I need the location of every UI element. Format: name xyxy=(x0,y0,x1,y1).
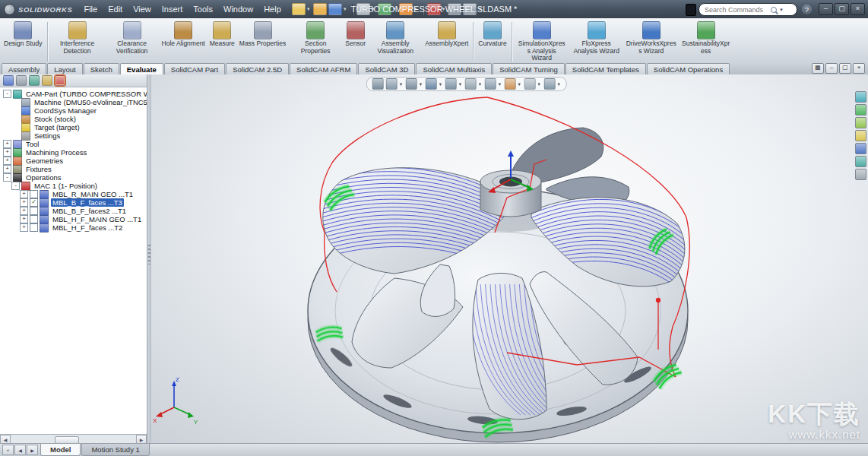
previous-view-icon[interactable] xyxy=(406,78,417,90)
first-sheet-icon[interactable]: « xyxy=(2,445,14,455)
tree-item-tool[interactable]: +Tool xyxy=(2,140,147,148)
dropdown-caret-icon[interactable]: ▼ xyxy=(399,82,404,87)
save-icon[interactable] xyxy=(328,3,342,15)
dropdown-caret-icon[interactable]: ▼ xyxy=(419,82,423,87)
tab-solidcam-2-5d[interactable]: SolidCAM 2.5D xyxy=(226,63,289,74)
menu-window[interactable]: Window xyxy=(218,3,258,15)
expand-icon[interactable]: + xyxy=(20,207,28,215)
view-orientation-icon[interactable] xyxy=(445,78,456,90)
tab-solidcam-part[interactable]: SolidCAM Part xyxy=(164,63,225,74)
tree-item-operations[interactable]: -Operations xyxy=(2,173,147,182)
menu-insert[interactable]: Insert xyxy=(157,3,188,15)
expand-icon[interactable]: + xyxy=(20,223,28,232)
ribbon-simulationxpress-analysis-wizard[interactable]: SimulationXpress Analysis Wizard xyxy=(515,20,569,64)
apply-scene-icon[interactable] xyxy=(524,78,535,90)
minimize-button[interactable]: – xyxy=(819,3,833,15)
hide-show-icon[interactable] xyxy=(484,78,496,90)
tab-sketch[interactable]: Sketch xyxy=(84,63,119,74)
zoom-fit-icon[interactable] xyxy=(372,78,384,90)
collapse-icon[interactable]: - xyxy=(3,173,11,182)
ribbon-section-properties[interactable]: Section Properties xyxy=(288,20,343,56)
tree-item-cam-part-turbo-compressor-wheel[interactable]: -CAM-Part (TURBO COMPRESSOR WHEEL) xyxy=(2,90,147,98)
tab-solidcam-multiaxis[interactable]: SolidCAM Multiaxis xyxy=(416,63,492,74)
close-button[interactable]: × xyxy=(851,3,865,15)
close-doc-icon[interactable]: × xyxy=(853,63,865,74)
viewport-layout-icon[interactable]: ▦ xyxy=(812,63,824,74)
tree-checkbox[interactable] xyxy=(30,207,38,215)
tab-solidcam-afrm[interactable]: SolidCAM AFRM xyxy=(290,63,357,74)
cam-machine-icon[interactable] xyxy=(855,104,866,116)
tree-item-mbl-r-main-geo-t1[interactable]: +MBL_R_MAIN GEO ...T1 xyxy=(2,190,147,198)
prev-sheet-icon[interactable]: ◀ xyxy=(14,445,26,455)
tree-item-machine-dmu50-evolinear-itnc530-5x-si[interactable]: Machine (DMU50-eVolinear_iTNC530_5X-Si xyxy=(2,98,147,106)
expand-icon[interactable]: + xyxy=(3,148,11,157)
scroll-track[interactable] xyxy=(11,435,136,444)
ribbon-measure[interactable]: Measure xyxy=(207,20,237,49)
restore-doc-icon[interactable]: ▢ xyxy=(839,63,851,74)
menu-help[interactable]: Help xyxy=(258,3,287,15)
panel-splitter[interactable] xyxy=(147,74,151,444)
next-sheet-icon[interactable]: ▶ xyxy=(27,445,38,455)
expand-icon[interactable]: + xyxy=(20,215,28,223)
tree-checkbox[interactable] xyxy=(30,223,38,232)
menu-tools[interactable]: Tools xyxy=(188,3,218,15)
tab-evaluate[interactable]: Evaluate xyxy=(120,63,163,74)
dropdown-caret-icon[interactable]: ▼ xyxy=(477,82,482,87)
cam-help-icon[interactable] xyxy=(855,169,866,180)
dropdown-caret-icon[interactable]: ▼ xyxy=(537,82,541,87)
feature-manager-icon[interactable] xyxy=(3,75,14,86)
bottom-tab-model[interactable]: Model xyxy=(40,444,81,456)
search-caret-icon[interactable]: ▼ xyxy=(779,8,784,12)
dropdown-caret-icon[interactable]: ▼ xyxy=(343,7,347,11)
cam-manager-icon[interactable] xyxy=(55,75,65,86)
open-icon[interactable] xyxy=(313,3,327,15)
tree-item-geometries[interactable]: +Geometries xyxy=(2,157,147,165)
ribbon-assembly-visualization[interactable]: Assembly Visualization xyxy=(368,20,423,56)
tree-item-coordsys-manager[interactable]: CoordSys Manager xyxy=(2,106,147,115)
tab-solidcam-3d[interactable]: SolidCAM 3D xyxy=(358,63,415,74)
ribbon-driveworksxpress-wizard[interactable]: DriveWorksXpress Wizard xyxy=(624,20,679,56)
graphics-viewport[interactable]: ▼▼▼▼▼▼▼▼▼ xyxy=(151,74,868,444)
tree-checkbox[interactable] xyxy=(30,215,38,223)
ribbon-assemblyxpert[interactable]: AssemblyXpert xyxy=(423,20,470,49)
menu-edit[interactable]: Edit xyxy=(103,3,128,15)
ribbon-sensor[interactable]: Sensor xyxy=(343,20,368,49)
ribbon-floxpress-analysis-wizard[interactable]: FloXpress Analysis Wizard xyxy=(569,20,624,56)
edit-appearance-icon[interactable] xyxy=(504,78,515,90)
dropdown-caret-icon[interactable]: ▼ xyxy=(439,82,443,87)
search-icon[interactable] xyxy=(771,7,777,13)
menu-file[interactable]: File xyxy=(78,3,103,15)
cam-tool-icon[interactable] xyxy=(855,117,866,128)
ribbon-clearance-verification[interactable]: Clearance Verification xyxy=(105,20,160,56)
ribbon-interference-detection[interactable]: Interference Detection xyxy=(50,20,105,56)
cam-settings-icon[interactable] xyxy=(855,156,866,167)
cam-simulate-icon[interactable] xyxy=(855,91,866,103)
dimxpert-manager-icon[interactable] xyxy=(42,75,52,86)
ribbon-hole-alignment[interactable]: Hole Alignment xyxy=(160,20,207,49)
expand-icon[interactable]: + xyxy=(3,165,11,173)
collapse-icon[interactable]: - xyxy=(3,90,11,98)
menu-view[interactable]: View xyxy=(128,3,157,15)
search-input[interactable] xyxy=(703,5,768,14)
tab-assembly[interactable]: Assembly xyxy=(2,63,46,74)
tree-item-mbl-h-f-faces-t2[interactable]: +MBL_H_F_faces ...T2 xyxy=(2,223,147,232)
restore-button[interactable]: ▢ xyxy=(835,3,849,15)
ribbon-design-study[interactable]: Design Study xyxy=(2,20,45,49)
tree-item-fixtures[interactable]: +Fixtures xyxy=(2,165,147,173)
command-search[interactable]: ▼ xyxy=(699,3,797,16)
dropdown-caret-icon[interactable]: ▼ xyxy=(497,82,502,87)
help-icon[interactable]: ? xyxy=(802,5,812,14)
dropdown-caret-icon[interactable]: ▼ xyxy=(517,82,521,87)
cam-gcode-icon[interactable] xyxy=(855,130,866,141)
viewport-canvas[interactable]: Z X Y xyxy=(151,74,868,444)
tab-layout[interactable]: Layout xyxy=(47,63,83,74)
tab-solidcam-templates[interactable]: SolidCAM Templates xyxy=(565,63,646,74)
collapse-icon[interactable]: - xyxy=(11,182,20,190)
display-style-icon[interactable] xyxy=(464,78,476,90)
tree-item-mac-1-1-position[interactable]: -MAC 1 (1- Position) xyxy=(2,182,147,190)
tree-item-target-target[interactable]: Target (target) xyxy=(2,123,147,131)
tree-item-machining-process[interactable]: +Machining Process xyxy=(2,148,147,157)
expand-icon[interactable]: + xyxy=(20,198,28,207)
view-settings-icon[interactable] xyxy=(543,78,555,90)
dropdown-caret-icon[interactable]: ▼ xyxy=(306,7,311,11)
